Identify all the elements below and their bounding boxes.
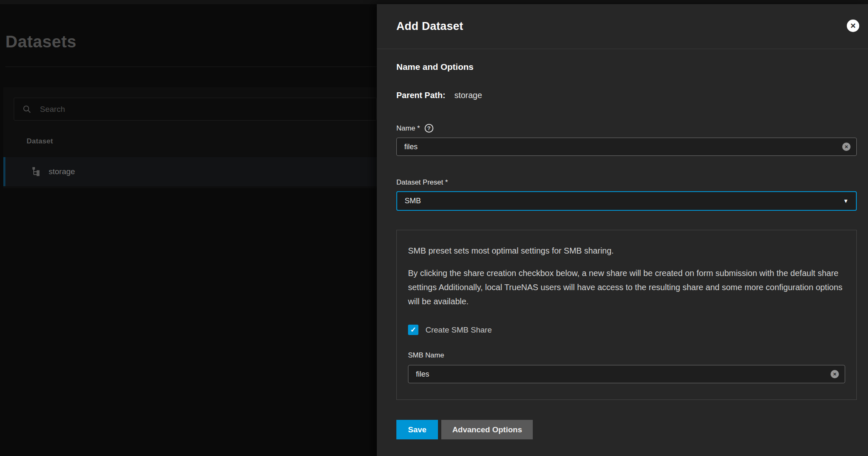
create-smb-share-checkbox-row[interactable]: ✓ Create SMB Share (408, 325, 845, 335)
dataset-row-label: storage (49, 167, 75, 176)
column-header-dataset: Dataset (27, 137, 53, 145)
caret-down-icon: ▼ (843, 198, 848, 204)
dataset-tree-card: Dataset storage (3, 87, 377, 188)
checkbox-checked-icon[interactable]: ✓ (408, 325, 418, 335)
save-button[interactable]: Save (396, 420, 438, 439)
name-field-label-row: Name * ? (396, 124, 857, 133)
dataset-tree-icon (31, 167, 41, 177)
create-smb-share-label: Create SMB Share (425, 325, 492, 335)
name-input-wrap: ✕ (396, 138, 857, 156)
close-icon[interactable]: ✕ (847, 20, 859, 32)
screen: Datasets Dataset st (0, 0, 868, 456)
add-dataset-panel: Add Dataset ✕ Name and Options Parent Pa… (377, 4, 868, 456)
search-input[interactable] (39, 104, 332, 114)
parent-path: Parent Path: storage (396, 91, 857, 100)
datasets-page-dimmed: Datasets Dataset st (0, 4, 377, 456)
clear-name-icon[interactable]: ✕ (842, 143, 851, 151)
page-title-divider (5, 67, 377, 67)
help-icon[interactable]: ? (425, 124, 433, 133)
dataset-preset-value: SMB (405, 197, 421, 205)
parent-path-value: storage (454, 91, 482, 100)
preset-field-label: Dataset Preset * (396, 178, 448, 187)
advanced-options-button[interactable]: Advanced Options (441, 420, 533, 439)
preset-field-label-row: Dataset Preset * (396, 178, 857, 187)
panel-content: Name and Options Parent Path: storage Na… (377, 62, 868, 439)
name-field-label: Name * (396, 124, 420, 133)
form-buttons: Save Advanced Options (396, 420, 857, 439)
name-input[interactable] (397, 138, 856, 155)
panel-header: Add Dataset ✕ (377, 4, 868, 49)
section-title: Name and Options (396, 62, 857, 72)
search-icon (22, 105, 32, 114)
dataset-search-box[interactable] (14, 98, 377, 121)
smb-name-input-wrap: ✕ (408, 365, 845, 383)
smb-name-label: SMB Name (408, 351, 845, 360)
dataset-row-storage[interactable]: storage (3, 157, 377, 186)
top-strip (0, 0, 868, 4)
smb-name-input[interactable] (408, 365, 845, 383)
smb-preset-info-box: SMB preset sets most optimal settings fo… (396, 230, 857, 400)
dataset-preset-select[interactable]: SMB ▼ (396, 191, 857, 211)
info-line-1: SMB preset sets most optimal settings fo… (408, 245, 845, 256)
panel-title: Add Dataset (396, 20, 463, 33)
parent-path-label: Parent Path: (396, 91, 445, 100)
clear-smb-name-icon[interactable]: ✕ (831, 370, 839, 378)
page-title: Datasets (5, 32, 77, 51)
info-line-2: By clicking the share creation checkbox … (408, 266, 845, 308)
